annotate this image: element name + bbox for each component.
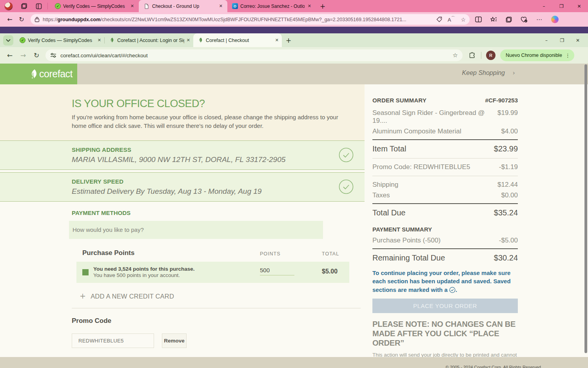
site-header: corefact Keep Shopping › [0, 64, 588, 84]
favorite-star-icon[interactable]: ☆ [461, 16, 466, 23]
taxes-row: Taxes $0.00 [372, 191, 518, 199]
tab-actions-icon[interactable] [35, 2, 43, 10]
chrome-url-text: corefact.com/ui/clean/cart/#/checkout [60, 53, 453, 58]
close-button[interactable]: ✕ [570, 35, 586, 46]
tab-separator [47, 3, 48, 9]
item-total-label: Item Total [372, 144, 406, 153]
section-complete-check-icon [339, 148, 354, 162]
promo-code-input[interactable] [72, 333, 154, 348]
item-amount: $4.00 [501, 128, 518, 135]
maximize-button[interactable]: ❐ [554, 35, 570, 46]
add-card-label: ADD A NEW CREDIT CARD [91, 293, 174, 300]
reload-icon[interactable]: ↻ [16, 16, 27, 23]
delivery-speed-section[interactable]: DELIVERY SPEED Estimated Delivery By Tue… [0, 172, 365, 202]
logo-text: corefact [39, 68, 73, 80]
edge-profile-avatar[interactable] [4, 2, 13, 11]
purchase-points-header: Purchase Points POINTS TOTAL [72, 249, 365, 259]
tab-title: Verify Codes — SimplyCodes [63, 4, 127, 9]
tab-search-button[interactable] [3, 35, 13, 46]
site-settings-icon[interactable] [50, 53, 56, 58]
chrome-profile-avatar[interactable]: R [486, 51, 495, 60]
chrome-window-controls: – ❐ ✕ [539, 35, 588, 46]
close-tab-icon[interactable]: ✕ [130, 4, 135, 9]
order-summary-title: ORDER SUMMARY [372, 97, 426, 104]
purchase-points-label: Purchase Points [82, 249, 134, 257]
plus-icon: + [80, 291, 86, 300]
points-applied-row: Purchase Points (-500) -$5.00 [372, 237, 518, 244]
chrome-tab-simplycodes[interactable]: ✓ Verify Codes — SimplyCodes ✕ [16, 33, 104, 47]
divider [72, 308, 361, 308]
place-order-button[interactable]: PLACE YOUR ORDER [372, 299, 518, 313]
points-input[interactable] [260, 267, 294, 275]
add-credit-card-button[interactable]: +ADD A NEW CREDIT CARD [80, 291, 365, 300]
points-applied-amount: -$5.00 [499, 237, 518, 244]
keep-shopping-link[interactable]: Keep Shopping [462, 69, 505, 77]
coupon-tag-icon[interactable] [436, 16, 442, 22]
section-complete-check-icon [339, 179, 354, 194]
close-tab-icon[interactable]: ✕ [218, 4, 223, 9]
chrome-tab-corefact-account[interactable]: Corefact | Account: Login or Sig ✕ [105, 33, 193, 47]
remaining-total-row: Remaining Total Due $30.24 [372, 253, 518, 262]
tab-title: Checkout - Ground Up [152, 4, 216, 9]
collections-icon[interactable] [506, 16, 512, 23]
back-icon[interactable]: ← [4, 16, 16, 23]
menu-dots-icon[interactable]: ⋮ [565, 53, 570, 58]
edge-tab-checkout-groundup[interactable]: Checkout - Ground Up ✕ [139, 0, 227, 12]
extensions-icon[interactable] [469, 52, 475, 59]
item-total-row: Item Total $23.99 [372, 144, 518, 153]
tab-title: Correo: Josue Sanchez - Outlook [240, 4, 305, 9]
new-tab-button[interactable]: + [320, 2, 325, 10]
favorites-icon[interactable] [490, 16, 497, 23]
page-scrollbar[interactable] [584, 64, 587, 353]
total-due-amount: $35.24 [494, 208, 518, 217]
edge-toolbar-icons: ⋯ [475, 16, 566, 23]
chrome-url-bar[interactable]: corefact.com/ui/clean/cart/#/checkout ☆ [45, 49, 463, 61]
settings-more-icon[interactable]: ⋯ [536, 16, 543, 23]
payment-methods-section: PAYMENT METHODS How would you like to pa… [0, 202, 365, 368]
minimize-button[interactable]: – [535, 0, 553, 12]
browser-essentials-icon[interactable] [521, 16, 528, 23]
bookmark-star-icon[interactable]: ☆ [453, 52, 458, 59]
minimize-button[interactable]: – [539, 35, 554, 46]
delivery-speed-value: Estimated Delivery By Tuesday, Aug 13 - … [72, 187, 365, 196]
copilot-icon[interactable] [551, 16, 559, 23]
shipping-row: Shipping $12.44 [372, 181, 518, 189]
promo-label: Promo Code: REDWHITEBLUE5 [372, 163, 470, 171]
purchase-points-checkbox[interactable] [82, 269, 89, 275]
chrome-update-button[interactable]: Nuevo Chrome disponible ⋮ [500, 49, 574, 61]
payment-question: How would you like to pay? [69, 221, 323, 239]
shipping-address-title: SHIPPING ADDRESS [72, 146, 365, 153]
remaining-total-amount: $30.24 [494, 253, 518, 262]
close-tab-icon[interactable]: ✕ [98, 38, 101, 43]
corefact-leaf-icon [30, 68, 38, 80]
divider [372, 203, 518, 204]
edge-tab-outlook[interactable]: O Correo: Josue Sanchez - Outlook ✕ [227, 0, 316, 12]
office-closed-body: If you're working from home because your… [72, 113, 341, 130]
forward-icon[interactable]: → [16, 51, 30, 59]
new-tab-button[interactable]: + [286, 36, 291, 44]
split-screen-icon[interactable] [475, 16, 482, 22]
copyright-text: © 2005 - 2024 Corefact Corp. All Rights … [445, 365, 541, 368]
divider [372, 158, 518, 158]
maximize-button[interactable]: ❐ [553, 0, 570, 12]
close-tab-icon[interactable]: ✕ [275, 38, 279, 43]
read-aloud-icon[interactable]: A⌒ [448, 16, 456, 23]
back-icon[interactable]: ← [3, 51, 16, 59]
promo-amount: -$1.19 [499, 163, 518, 171]
site-footer: © 2005 - 2024 Corefact Corp. All Rights … [0, 357, 588, 368]
close-tab-icon[interactable]: ✕ [307, 4, 312, 9]
workspaces-icon[interactable] [20, 2, 28, 10]
divider [372, 248, 518, 249]
edge-tab-simplycodes[interactable]: ✓ Verify Codes — SimplyCodes ✕ [50, 0, 139, 12]
close-tab-icon[interactable]: ✕ [187, 38, 190, 43]
edge-window-controls: – ❐ ✕ [535, 0, 588, 12]
reload-icon[interactable]: ↻ [30, 51, 43, 59]
chrome-tab-corefact-checkout[interactable]: Corefact | Checkout ✕ [193, 33, 282, 47]
edge-url-bar[interactable]: https://grounduppdx.com/checkouts/cn/Z2N… [31, 14, 470, 25]
corefact-favicon [109, 37, 115, 44]
shipping-address-section[interactable]: SHIPPING ADDRESS MARIA VILLASMIL, 9000 N… [0, 140, 365, 170]
corefact-logo[interactable]: corefact [0, 64, 77, 84]
remove-promo-button[interactable]: Remove [162, 333, 187, 348]
summary-item-row: Seasonal Sign Rider - Gingerbread @ 19..… [372, 109, 518, 125]
close-button[interactable]: ✕ [570, 0, 588, 12]
